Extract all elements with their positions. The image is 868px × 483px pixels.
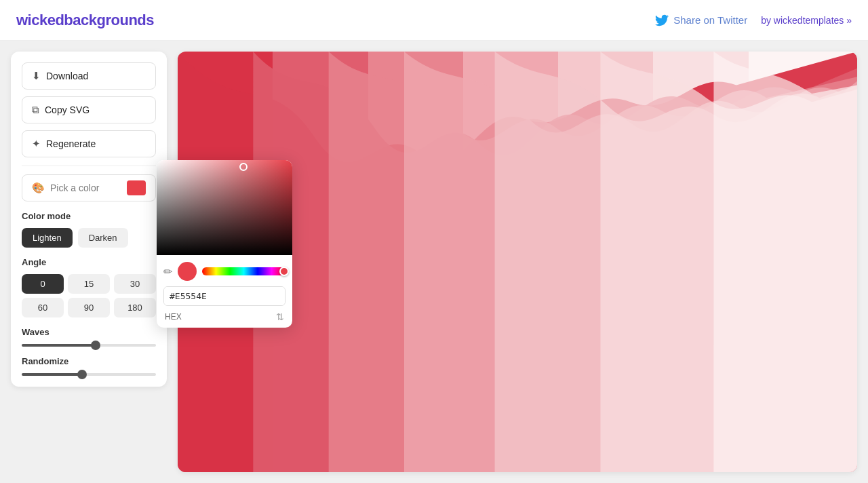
darken-button[interactable]: Darken [78, 228, 128, 248]
angle-btn-15[interactable]: 15 [68, 274, 110, 294]
hex-format-row: HEX ⇅ [163, 311, 285, 322]
color-picker-popup: ✏ HEX ⇅ [157, 160, 292, 328]
picker-bottom: ✏ HEX ⇅ [157, 255, 292, 328]
eyedropper-icon: 🎨 [32, 182, 45, 194]
color-mode-label: Color mode [22, 211, 156, 221]
pencil-icon[interactable]: ✏ [163, 265, 172, 278]
picker-controls-row: ✏ [163, 262, 285, 281]
randomize-slider-fill [22, 373, 82, 376]
gradient-canvas-bg [157, 160, 292, 255]
waves-label: Waves [22, 327, 156, 337]
angle-grid: 0 15 30 60 90 180 [22, 274, 156, 317]
randomize-slider-row [22, 373, 156, 376]
control-panel: ⬇ Download ⧉ Copy SVG ✦ Regenerate 🎨 Pic… [11, 52, 167, 387]
twitter-label: Share on Twitter [673, 14, 747, 26]
hex-format-label: HEX [165, 312, 182, 322]
angle-label: Angle [22, 257, 156, 267]
angle-btn-30[interactable]: 30 [114, 274, 156, 294]
header-right: Share on Twitter by wickedtemplates » [655, 14, 852, 27]
angle-btn-60[interactable]: 60 [22, 298, 64, 317]
main-layout: ⬇ Download ⧉ Copy SVG ✦ Regenerate 🎨 Pic… [0, 41, 868, 483]
regenerate-button[interactable]: ✦ Regenerate [22, 130, 156, 157]
logo: wickedbackgrounds [16, 12, 154, 29]
angle-btn-0[interactable]: 0 [22, 274, 64, 294]
waves-slider-track[interactable] [22, 344, 156, 347]
hex-input[interactable] [164, 287, 285, 305]
lighten-button[interactable]: Lighten [22, 228, 73, 248]
regenerate-icon: ✦ [32, 138, 41, 150]
download-button[interactable]: ⬇ Download [22, 62, 156, 90]
color-mode-row: Lighten Darken [22, 228, 156, 248]
randomize-slider-thumb[interactable] [77, 370, 87, 379]
download-icon: ⬇ [32, 70, 41, 82]
waves-slider-row [22, 344, 156, 347]
gradient-canvas[interactable] [157, 160, 292, 255]
color-swatch[interactable] [127, 180, 146, 195]
format-toggle[interactable]: ⇅ [276, 311, 284, 322]
randomize-slider-track[interactable] [22, 373, 156, 376]
hex-input-row [163, 286, 285, 306]
picker-color-dot [178, 262, 197, 281]
divider-1 [22, 166, 156, 166]
rainbow-thumb [279, 267, 289, 276]
randomize-label: Randomize [22, 356, 156, 366]
waves-slider-fill [22, 344, 96, 347]
angle-btn-180[interactable]: 180 [114, 298, 156, 317]
copy-svg-button[interactable]: ⧉ Copy SVG [22, 96, 156, 123]
copy-icon: ⧉ [32, 104, 39, 116]
twitter-icon [655, 14, 669, 27]
by-wickedtemplates[interactable]: by wickedtemplates » [761, 15, 852, 26]
pick-color-label: Pick a color [50, 182, 121, 193]
twitter-share-button[interactable]: Share on Twitter [655, 14, 747, 27]
rainbow-slider[interactable] [202, 267, 285, 275]
angle-btn-90[interactable]: 90 [68, 298, 110, 317]
header: wickedbackgrounds Share on Twitter by wi… [0, 0, 868, 41]
pick-color-row[interactable]: 🎨 Pick a color [22, 174, 156, 201]
waves-slider-thumb[interactable] [91, 341, 100, 350]
